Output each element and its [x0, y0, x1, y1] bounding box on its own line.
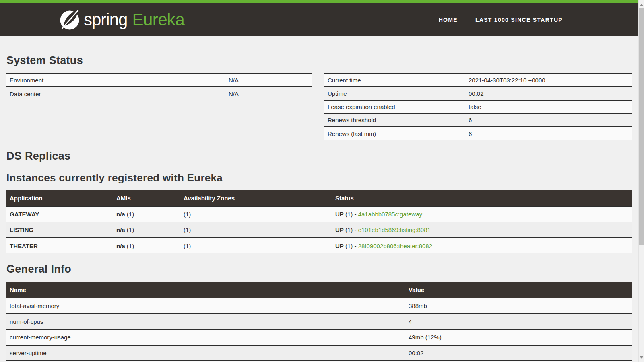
- table-row: Lease expiration enabled false: [324, 100, 632, 113]
- instance-link[interactable]: 28f09002b806:theater:8082: [358, 243, 432, 249]
- table-row: Data center N/A: [6, 87, 312, 100]
- table-row: Current time 2021-04-30T03:22:10 +0000: [324, 74, 632, 87]
- general-info-title: General Info: [6, 263, 632, 276]
- application-name: LISTING: [6, 222, 113, 238]
- instance-row-gateway: GATEWAY n/a (1) (1) UP (1) - 4a1abbb0785…: [6, 206, 632, 222]
- main-content: System Status Environment N/A Data cente…: [0, 54, 644, 362]
- system-status-right-table: Current time 2021-04-30T03:22:10 +0000 U…: [324, 73, 632, 140]
- ami-label: n/a: [116, 226, 125, 233]
- spring-logo-icon: [60, 10, 80, 30]
- info-name: total-avail-memory: [6, 298, 405, 314]
- row-value: N/A: [225, 74, 312, 87]
- ami-label: n/a: [116, 243, 125, 249]
- ami-cell: n/a (1): [113, 238, 180, 253]
- scroll-up-icon: [640, 4, 643, 6]
- general-info-row: num-of-cpus 4: [6, 314, 632, 329]
- top-accent-bar: [0, 0, 644, 3]
- row-label: Current time: [324, 74, 465, 87]
- info-value: 388mb: [405, 298, 632, 314]
- table-row: Uptime 00:02: [324, 87, 632, 100]
- status-separator: (1) -: [344, 211, 358, 218]
- system-status-tables: Environment N/A Data center N/A Current …: [6, 73, 632, 140]
- system-status-left-table: Environment N/A Data center N/A: [6, 73, 312, 100]
- scrollbar-up-button[interactable]: [639, 2, 644, 8]
- status-separator: (1) -: [344, 243, 358, 249]
- row-value: 6: [465, 113, 632, 127]
- row-label: Renews (last min): [324, 127, 465, 140]
- application-name: GATEWAY: [6, 206, 113, 222]
- brand-eureka-text: Eureka: [132, 10, 184, 29]
- nav-home-link[interactable]: HOME: [439, 16, 458, 23]
- column-header-name: Name: [6, 282, 405, 298]
- brand-spring-text: spring: [84, 10, 127, 29]
- application-name: THEATER: [6, 238, 113, 253]
- general-info-row: total-avail-memory 388mb: [6, 298, 632, 314]
- ami-label: n/a: [116, 211, 125, 218]
- row-label: Renews threshold: [324, 113, 465, 127]
- navbar: spring Eureka HOME LAST 1000 SINCE START…: [0, 3, 644, 36]
- table-row: Renews threshold 6: [324, 113, 632, 127]
- row-value: 00:02: [465, 87, 632, 100]
- status-cell: UP (1) - e101eb1d5869:listing:8081: [332, 222, 632, 238]
- row-value: N/A: [225, 87, 312, 100]
- row-label: Environment: [6, 74, 225, 87]
- instance-link[interactable]: e101eb1d5869:listing:8081: [358, 226, 431, 233]
- info-name: num-of-cpus: [6, 314, 405, 329]
- zones-cell: (1): [180, 238, 332, 253]
- status-badge: UP: [335, 211, 344, 218]
- nav-links: HOME LAST 1000 SINCE STARTUP: [439, 3, 563, 36]
- ami-count: (1): [125, 243, 134, 249]
- ami-cell: n/a (1): [113, 206, 180, 222]
- nav-last1000-link[interactable]: LAST 1000 SINCE STARTUP: [475, 16, 563, 23]
- info-name: server-uptime: [6, 345, 405, 361]
- column-header-amis: AMIs: [113, 190, 180, 206]
- general-info-table: Name Value total-avail-memory 388mb num-…: [6, 282, 632, 362]
- info-value: 00:02: [405, 345, 632, 361]
- zones-cell: (1): [180, 206, 332, 222]
- row-label: Lease expiration enabled: [324, 100, 465, 113]
- scroll-down-icon: [640, 356, 643, 359]
- instances-table: Application AMIs Availability Zones Stat…: [6, 190, 632, 253]
- scrollbar-thumb[interactable]: [639, 8, 644, 245]
- info-name: current-memory-usage: [6, 329, 405, 345]
- status-separator: (1) -: [344, 226, 358, 233]
- instance-row-theater: THEATER n/a (1) (1) UP (1) - 28f09002b80…: [6, 238, 632, 253]
- row-label: Uptime: [324, 87, 465, 100]
- status-cell: UP (1) - 4a1abbb0785c:gateway: [332, 206, 632, 222]
- ami-cell: n/a (1): [113, 222, 180, 238]
- instance-row-listing: LISTING n/a (1) (1) UP (1) - e101eb1d586…: [6, 222, 632, 238]
- table-row: Renews (last min) 6: [324, 127, 632, 140]
- system-status-title: System Status: [6, 54, 632, 67]
- status-cell: UP (1) - 28f09002b806:theater:8082: [332, 238, 632, 253]
- ds-replicas-title: DS Replicas: [6, 150, 632, 162]
- row-value: 2021-04-30T03:22:10 +0000: [465, 74, 632, 87]
- general-info-row: current-memory-usage 49mb (12%): [6, 329, 632, 345]
- ami-count: (1): [125, 211, 134, 218]
- row-value: 6: [465, 127, 632, 140]
- ami-count: (1): [125, 226, 134, 233]
- info-value: 4: [405, 314, 632, 329]
- vertical-scrollbar: [638, 0, 644, 362]
- status-badge: UP: [335, 243, 344, 249]
- instances-header-row: Application AMIs Availability Zones Stat…: [6, 190, 632, 206]
- column-header-status: Status: [332, 190, 632, 206]
- column-header-value: Value: [405, 282, 632, 298]
- column-header-zones: Availability Zones: [180, 190, 332, 206]
- zones-cell: (1): [180, 222, 332, 238]
- row-value: false: [465, 100, 632, 113]
- table-row: Environment N/A: [6, 74, 312, 87]
- column-header-application: Application: [6, 190, 113, 206]
- row-label: Data center: [6, 87, 225, 100]
- general-info-row: server-uptime 00:02: [6, 345, 632, 361]
- instances-title: Instances currently registered with Eure…: [6, 172, 632, 184]
- instance-link[interactable]: 4a1abbb0785c:gateway: [358, 211, 422, 218]
- info-value: 49mb (12%): [405, 329, 632, 345]
- brand: spring Eureka: [60, 10, 184, 30]
- general-info-header-row: Name Value: [6, 282, 632, 298]
- status-badge: UP: [335, 226, 344, 233]
- scrollbar-down-button[interactable]: [639, 354, 644, 361]
